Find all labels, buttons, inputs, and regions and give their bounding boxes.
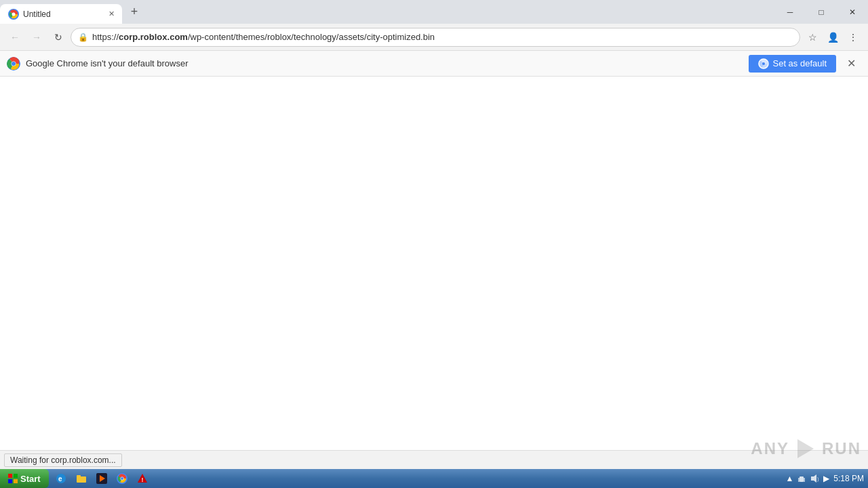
taskbar-folder[interactable] — [72, 471, 91, 486]
tab-favicon — [8, 9, 19, 20]
svg-marker-26 — [811, 474, 816, 483]
status-bar: Waiting for corp.roblox.com... — [0, 450, 868, 469]
taskbar-chrome[interactable] — [113, 471, 132, 486]
menu-button[interactable]: ⋮ — [844, 28, 863, 47]
svg-rect-10 — [8, 479, 12, 483]
address-text: https://corp.roblox.com/wp-content/theme… — [92, 32, 793, 42]
volume-tray-icon: ) — [810, 473, 821, 484]
taskbar: Start e — [0, 469, 868, 488]
tray-icons: ▲ ) ▶ — [785, 473, 829, 484]
taskbar-media[interactable] — [92, 471, 111, 486]
active-tab[interactable]: Untitled ✕ — [0, 4, 122, 24]
system-clock[interactable]: 5:18 PM — [833, 474, 864, 483]
infobar-message: Google Chrome isn't your default browser — [26, 58, 743, 68]
windows-icon — [8, 474, 18, 483]
set-default-icon — [758, 58, 769, 69]
folder-icon — [76, 473, 87, 484]
navigation-bar: ← → ↻ 🔒 https://corp.roblox.com/wp-conte… — [0, 24, 868, 51]
back-button[interactable]: ← — [5, 28, 24, 47]
chrome-taskbar-icon — [117, 473, 127, 484]
maximize-button[interactable]: □ — [806, 0, 837, 24]
default-browser-infobar: Google Chrome isn't your default browser… — [0, 51, 868, 77]
watermark-text-left: ANY — [751, 439, 789, 458]
taskbar-items: e — [49, 469, 155, 488]
anyrun-logo-icon — [793, 436, 818, 461]
url-scheme: https:// — [92, 32, 119, 42]
new-tab-button[interactable]: + — [125, 3, 144, 22]
svg-point-6 — [762, 62, 765, 65]
network-tray-icon — [796, 473, 807, 484]
set-default-button[interactable]: Set as default — [749, 55, 837, 73]
svg-text:!: ! — [141, 476, 143, 483]
tab-strip: Untitled ✕ + — [0, 0, 774, 24]
show-desktop-icon[interactable]: ▶ — [823, 474, 829, 483]
svg-text:e: e — [58, 475, 62, 483]
svg-rect-23 — [800, 476, 804, 482]
minimize-button[interactable]: ─ — [774, 0, 806, 24]
taskbar-right: ▲ ) ▶ 5:18 PM — [785, 473, 868, 484]
tab-close-button[interactable]: ✕ — [106, 9, 117, 20]
title-bar: Untitled ✕ + ─ □ ✕ — [0, 0, 868, 24]
media-icon — [96, 473, 107, 484]
tray-expand-icon[interactable]: ▲ — [785, 474, 793, 483]
close-button[interactable]: ✕ — [837, 0, 868, 24]
warning-icon: ! — [137, 473, 148, 484]
svg-point-4 — [12, 62, 16, 66]
status-text: Waiting for corp.roblox.com... — [4, 453, 122, 467]
start-label: Start — [20, 474, 41, 484]
taskbar-ie[interactable]: e — [52, 471, 71, 486]
forward-button[interactable]: → — [27, 28, 46, 47]
nav-right-buttons: ☆ 👤 ⋮ — [803, 28, 863, 47]
svg-rect-14 — [77, 476, 86, 483]
tab-title: Untitled — [23, 9, 106, 19]
svg-rect-25 — [804, 478, 805, 482]
ie-icon: e — [56, 473, 66, 484]
svg-rect-9 — [14, 474, 18, 478]
url-path: /wp-content/themes/roblox/technology/ass… — [188, 32, 435, 42]
svg-rect-11 — [14, 479, 18, 483]
svg-rect-8 — [8, 474, 12, 478]
anyrun-watermark: ANY RUN — [751, 436, 861, 461]
svg-rect-24 — [798, 478, 800, 482]
address-bar[interactable]: 🔒 https://corp.roblox.com/wp-content/the… — [71, 28, 800, 47]
window-controls: ─ □ ✕ — [774, 0, 868, 24]
reload-button[interactable]: ↻ — [49, 28, 68, 47]
svg-text:): ) — [817, 476, 819, 482]
watermark-text-right: RUN — [822, 439, 861, 458]
bookmark-button[interactable]: ☆ — [803, 28, 822, 47]
lock-icon: 🔒 — [78, 33, 88, 42]
page-content — [0, 77, 868, 469]
start-button[interactable]: Start — [0, 469, 49, 488]
infobar-dismiss-button[interactable]: ✕ — [842, 54, 861, 73]
url-domain: corp.roblox.com — [119, 32, 188, 42]
taskbar-warning[interactable]: ! — [133, 471, 152, 486]
chrome-icon — [7, 57, 20, 70]
svg-rect-15 — [77, 475, 81, 477]
svg-point-20 — [121, 477, 123, 480]
svg-marker-7 — [797, 439, 814, 458]
svg-point-1 — [12, 12, 16, 16]
account-button[interactable]: 👤 — [823, 28, 842, 47]
